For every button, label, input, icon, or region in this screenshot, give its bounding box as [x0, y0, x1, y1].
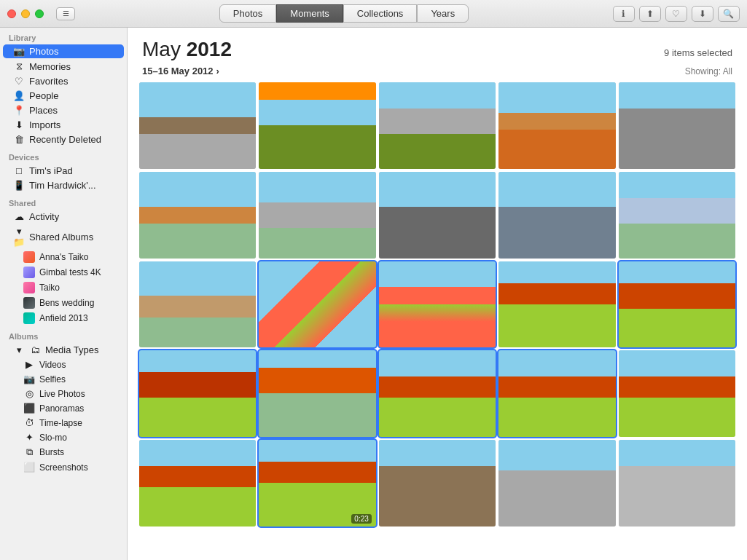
sidebar-item-places[interactable]: 📍 Places: [3, 103, 124, 117]
sidebar-mediatype-panoramas[interactable]: ⬛ Panoramas: [3, 401, 124, 415]
sidebar-mediatype-screenshots[interactable]: ⬜ Screenshots: [3, 460, 124, 474]
info-icon[interactable]: ℹ: [613, 6, 635, 22]
sidebar-item-activity[interactable]: ☁ Activity: [3, 210, 124, 224]
content-header: May 2012 9 items selected: [128, 28, 747, 66]
photo-cell-25[interactable]: [619, 440, 735, 527]
sidebar-item-tim-hardwick[interactable]: 📱 Tim Hardwick'...: [3, 178, 124, 192]
bens-wedding-album-label: Bens wedding: [39, 298, 117, 308]
share-icon[interactable]: ⬆: [639, 6, 661, 22]
slo-mo-icon: ✦: [23, 432, 35, 443]
import-icon[interactable]: ⬇: [692, 6, 713, 22]
screenshots-icon: ⬜: [23, 462, 35, 473]
imports-icon: ⬇: [13, 119, 25, 130]
photo-bg-16: [139, 350, 256, 437]
sidebar-album-bens-wedding[interactable]: Bens wedding: [3, 296, 124, 310]
photo-cell-10[interactable]: [619, 172, 735, 259]
maximize-button[interactable]: [35, 9, 44, 18]
recently-deleted-icon: 🗑: [13, 134, 25, 145]
search-icon[interactable]: 🔍: [718, 6, 740, 22]
photo-bg-5: [619, 82, 735, 169]
time-lapse-label: Time-lapse: [39, 418, 117, 428]
time-lapse-icon: ⏱: [23, 417, 35, 428]
photo-bg-14: [498, 261, 615, 348]
anna-taiko-album-icon: [23, 251, 35, 263]
photo-cell-24[interactable]: [498, 440, 615, 527]
live-photos-label: Live Photos: [39, 389, 117, 399]
photo-bg-17: [259, 350, 375, 437]
selection-count: 9 items selected: [664, 47, 732, 58]
main-layout: Library 📷 Photos ⧖ Memories ♡ Favorites …: [0, 28, 747, 560]
sidebar-item-recently-deleted[interactable]: 🗑 Recently Deleted: [3, 133, 124, 146]
close-button[interactable]: [7, 9, 16, 18]
shared-albums-label: Shared Albums: [29, 232, 117, 242]
photo-cell-6[interactable]: [139, 172, 256, 259]
tab-moments[interactable]: Moments: [276, 4, 343, 23]
sidebar-album-anna-taiko[interactable]: Anna's Taiko: [3, 250, 124, 264]
photo-bg-11: [139, 261, 256, 348]
minimize-button[interactable]: [21, 9, 30, 18]
photo-cell-13[interactable]: [379, 261, 496, 348]
sidebar-mediatype-slo-mo[interactable]: ✦ Slo-mo: [3, 430, 124, 444]
photo-cell-7[interactable]: [259, 172, 375, 259]
photo-cell-16[interactable]: [139, 350, 256, 437]
sidebar-item-photos[interactable]: 📷 Photos: [3, 44, 124, 58]
photo-cell-21[interactable]: [139, 440, 256, 527]
photo-cell-4[interactable]: [498, 82, 615, 169]
sidebar-mediatype-selfies[interactable]: 📷 Selfies: [3, 372, 124, 386]
sidebar-mediatype-videos[interactable]: ▶ Videos: [3, 358, 124, 371]
photo-bg-15: [619, 261, 735, 348]
photo-cell-19[interactable]: [498, 350, 615, 437]
titlebar: ☰ PhotosMomentsCollectionsYears ℹ⬆♡⬇🔍: [0, 0, 747, 28]
photo-cell-20[interactable]: [619, 350, 735, 437]
photo-cell-8[interactable]: [379, 172, 496, 259]
sidebar-toggle: ☰: [56, 7, 75, 20]
memories-label: Memories: [29, 61, 117, 72]
content-subheader: 15–16 May 2012 › Showing: All: [128, 66, 747, 82]
tab-collections[interactable]: Collections: [343, 4, 418, 23]
photo-cell-2[interactable]: [259, 82, 375, 169]
photo-cell-3[interactable]: [379, 82, 496, 169]
photo-cell-17[interactable]: [259, 350, 375, 437]
tab-photos[interactable]: Photos: [219, 4, 276, 23]
sidebar-mediatype-time-lapse[interactable]: ⏱ Time-lapse: [3, 416, 124, 430]
photo-cell-11[interactable]: [139, 261, 256, 348]
sidebar-item-imports[interactable]: ⬇ Imports: [3, 118, 124, 132]
sidebar-album-taiko[interactable]: Taiko: [3, 280, 124, 295]
photo-bg-13: [379, 261, 496, 348]
imports-label: Imports: [29, 119, 117, 130]
photo-cell-12[interactable]: [259, 261, 375, 348]
photo-bg-6: [139, 172, 256, 259]
selfies-icon: 📷: [23, 374, 35, 384]
photo-cell-1[interactable]: [139, 82, 256, 169]
photo-cell-9[interactable]: [498, 172, 615, 259]
photo-cell-5[interactable]: [619, 82, 735, 169]
sidebar-album-anfield-2013[interactable]: Anfield 2013: [3, 311, 124, 326]
photo-bg-3: [379, 82, 496, 169]
photos-label: Photos: [29, 46, 117, 57]
sidebar-item-shared-albums[interactable]: ▾ 📁 Shared Albums: [3, 224, 124, 249]
sidebar-album-gimbal-tests[interactable]: Gimbal tests 4K: [3, 265, 124, 280]
photo-cell-18[interactable]: [379, 350, 496, 437]
sidebar-toggle-btn[interactable]: ☰: [56, 7, 75, 20]
people-icon: 👤: [13, 90, 25, 101]
sidebar-mediatype-bursts[interactable]: ⧉ Bursts: [3, 445, 124, 460]
photo-bg-8: [379, 172, 496, 259]
tab-years[interactable]: Years: [417, 4, 469, 23]
media-types-group[interactable]: ▾ 🗂 Media Types: [3, 343, 124, 357]
photo-cell-22[interactable]: 0:23: [259, 440, 375, 527]
heart-icon[interactable]: ♡: [665, 6, 687, 22]
date-range-label: 15–16 May 2012: [142, 66, 214, 76]
photo-cell-23[interactable]: [379, 440, 496, 527]
sidebar-item-tims-ipad[interactable]: □ Tim's iPad: [3, 164, 124, 178]
sidebar-item-favorites[interactable]: ♡ Favorites: [3, 74, 124, 88]
taiko-album-icon: [23, 282, 35, 293]
sidebar-item-memories[interactable]: ⧖ Memories: [3, 59, 124, 74]
sidebar-item-people[interactable]: 👤 People: [3, 89, 124, 103]
date-range[interactable]: 15–16 May 2012 ›: [142, 66, 219, 76]
photo-cell-14[interactable]: [498, 261, 615, 348]
photo-cell-15[interactable]: [619, 261, 735, 348]
gimbal-tests-album-label: Gimbal tests 4K: [39, 267, 117, 277]
sidebar-mediatype-live-photos[interactable]: ◎ Live Photos: [3, 387, 124, 401]
photo-bg-9: [498, 172, 615, 259]
selfies-label: Selfies: [39, 374, 117, 384]
